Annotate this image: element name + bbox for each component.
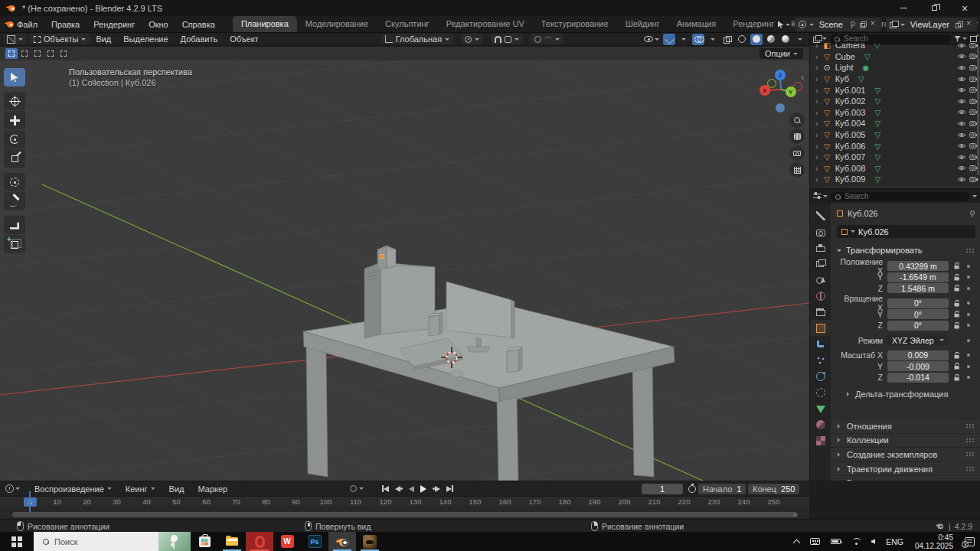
language-indicator[interactable]: ENG [880,532,909,551]
hide-in-viewport-icon[interactable] [956,154,968,161]
auto-keying-toggle[interactable] [350,485,364,492]
value-field[interactable]: 0.43289 m [887,261,949,271]
expand-arrow-icon[interactable] [815,96,822,106]
new-collection-button[interactable] [970,36,977,42]
network-button[interactable] [846,532,866,551]
outliner-item[interactable]: Light [810,62,980,73]
outliner-item[interactable]: Cube [810,51,980,63]
hide-in-viewport-icon[interactable] [956,132,968,139]
hide-in-viewport-icon[interactable] [956,120,968,127]
tool-button[interactable] [4,216,25,234]
value-field[interactable]: 1.5486 m [887,283,949,293]
animate-property-dot[interactable] [967,324,970,327]
animate-property-dot[interactable] [967,339,970,342]
expand-arrow-icon[interactable] [815,63,822,72]
tool-button[interactable] [4,68,25,86]
properties-tab[interactable] [810,432,831,448]
expand-arrow-icon[interactable] [815,108,822,117]
camera-view-button[interactable] [789,145,805,161]
value-field[interactable]: 0° [887,309,949,319]
timeline-menu-item[interactable]: Маркер [191,484,234,494]
select-mode-subtract[interactable] [31,48,44,59]
properties-tab[interactable] [810,240,831,256]
lock-icon[interactable] [952,351,962,360]
value-field[interactable]: 0.009 [887,350,949,360]
start-button[interactable] [0,532,34,551]
properties-section-header[interactable]: Отношения [831,419,980,433]
properties-tab[interactable] [810,352,831,368]
select-mode-new[interactable] [5,48,18,59]
workspace-tab[interactable]: Рендеринг [724,16,782,32]
shading-rendered[interactable] [779,34,792,45]
expand-arrow-icon[interactable] [815,74,822,83]
value-field[interactable]: XYZ Эйлер [887,335,949,345]
shading-dropdown[interactable] [794,34,806,45]
lock-icon[interactable] [952,273,962,282]
next-keyframe-button[interactable] [433,486,440,492]
delta-transform-subsection[interactable]: Дельта-трансформация [844,390,975,399]
outliner-filter[interactable] [954,35,967,42]
properties-search-input[interactable] [831,192,969,201]
properties-options-chevron[interactable] [972,195,977,200]
close-button[interactable] [949,0,980,16]
prev-keyframe-button[interactable] [395,486,403,492]
properties-tab[interactable] [810,336,831,352]
volume-button[interactable] [866,532,880,551]
navigation-gizmo[interactable]: Z X Y [754,66,803,115]
animate-property-dot[interactable] [967,287,970,290]
search-daily-image[interactable] [158,532,191,551]
gizmo-neg-z[interactable] [776,103,785,112]
select-mode-extend[interactable] [18,48,31,59]
timeline-scrollbar[interactable] [12,512,798,517]
expand-arrow-icon[interactable] [815,164,822,173]
properties-section-header[interactable]: Видимость [831,475,980,481]
hide-in-viewport-icon[interactable] [956,109,968,116]
show-gizmo-toggle[interactable] [663,34,675,45]
frame-start-field[interactable]: Начало1 [698,484,746,494]
viewport-canvas[interactable]: Пользовательская перспектива (1) Collect… [0,60,809,481]
pin-icon[interactable] [848,21,856,28]
hide-in-viewport-icon[interactable] [956,64,968,71]
workspace-tab[interactable]: Редактирование UV [438,16,533,32]
expand-arrow-icon[interactable] [815,142,822,151]
expand-arrow-icon[interactable] [815,174,822,184]
options-button[interactable]: Опции [760,48,803,59]
transform-section-header[interactable]: Трансформировать [837,244,975,256]
scene-selector[interactable]: Scene [795,18,881,31]
taskbar-search[interactable] [34,532,191,551]
taskbar-app-button[interactable] [218,532,246,551]
outliner-search-input[interactable] [830,34,951,44]
properties-section-header[interactable]: Коллекции [831,433,980,448]
taskbar-app-button[interactable] [356,532,384,551]
show-object-types[interactable] [642,34,661,45]
outliner-item[interactable]: Куб.007 [810,152,980,163]
touch-keyboard-button[interactable] [805,532,825,551]
disable-in-renders-icon[interactable] [968,176,980,183]
expand-arrow-icon[interactable] [815,152,822,161]
workspace-tab[interactable]: Моделирование [297,16,377,32]
viewport-menu-item[interactable]: Объект [224,34,264,44]
shading-solid[interactable] [750,34,763,45]
timeline-menu-item[interactable]: Воспроизведение [28,484,119,494]
shading-material[interactable] [765,34,777,45]
value-field[interactable]: -0.014 [887,373,949,383]
jump-to-start-button[interactable] [382,485,389,492]
minimize-button[interactable] [888,0,919,16]
viewlayer-selector[interactable]: ViewLayer [886,18,977,31]
outliner-item[interactable]: Куб.004 [810,118,980,129]
editor-type-selector[interactable] [3,34,27,44]
outliner-item[interactable]: Куб [810,73,980,85]
new-viewlayer-icon[interactable] [955,21,962,28]
lock-icon[interactable] [952,299,962,308]
outliner-item[interactable]: Куб.008 [810,163,980,174]
timeline-menu-item[interactable]: Вид [162,484,191,494]
properties-tab[interactable] [810,288,831,304]
properties-tab[interactable] [810,368,831,384]
tool-button[interactable] [4,111,25,129]
animate-property-dot[interactable] [967,365,970,368]
notification-button[interactable]: 3 [959,532,980,551]
menubar-item[interactable]: Справка [175,16,222,33]
gizmo-dropdown[interactable] [678,34,690,45]
workspace-tab[interactable]: Скульптинг [377,16,438,32]
frame-end-field[interactable]: Конец250 [748,484,799,494]
